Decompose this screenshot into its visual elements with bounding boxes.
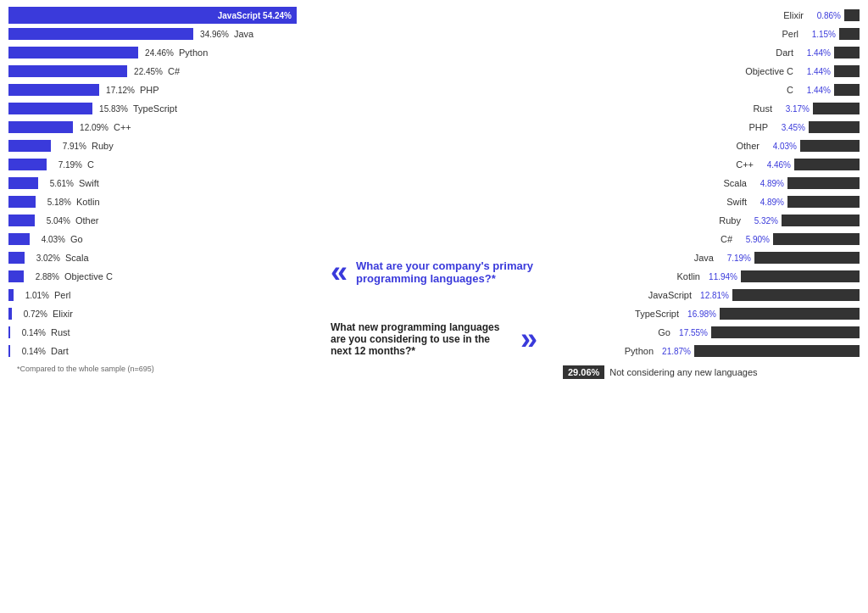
left-bar-row: 3.02%Scala xyxy=(8,249,305,266)
left-bar-row: 17.12%PHP xyxy=(8,81,305,98)
right-bar xyxy=(773,233,860,245)
left-bar xyxy=(8,47,138,59)
right-bar-row: PHP3.45% xyxy=(563,119,860,136)
right-bar-label: Scala xyxy=(662,178,747,188)
left-bar-pct: 2.88% xyxy=(27,272,59,281)
left-bar-row: 4.03%Go xyxy=(8,231,305,248)
right-bar-label: Java xyxy=(629,253,714,263)
right-bar-label: Swift xyxy=(662,197,747,207)
left-bar-row: 0.14%Dart xyxy=(8,343,305,359)
question2-box: What new programming languages are you c… xyxy=(331,321,537,357)
right-bar-pct: 21.87% xyxy=(657,347,691,356)
right-bar-pct: 11.94% xyxy=(704,272,737,281)
right-bar-row: Kotlin11.94% xyxy=(563,268,860,285)
right-bar-pct: 1.15% xyxy=(802,30,836,39)
left-bar xyxy=(8,103,92,114)
right-bar-label: Go xyxy=(586,327,670,337)
right-bar-pct: 4.46% xyxy=(757,160,791,170)
left-bar-row: 22.45%C# xyxy=(8,63,305,80)
bottom-special-row: 29.06%Not considering any new languages xyxy=(563,363,860,382)
left-bar-label: Perl xyxy=(54,290,71,300)
left-bar-pct: 0.14% xyxy=(14,347,46,356)
right-bar-label: Elixir xyxy=(719,10,804,20)
left-bar-pct: 3.02% xyxy=(28,254,60,263)
left-bar xyxy=(8,28,193,40)
right-bar-row: Elixir0.86% xyxy=(563,7,860,24)
main-container: JavaScript 54.24%34.96%Java24.46%Python2… xyxy=(0,0,868,613)
right-bar-label: Python xyxy=(569,346,654,356)
left-bar xyxy=(8,233,30,245)
right-bar-label: Other xyxy=(675,141,760,151)
left-bar xyxy=(8,308,12,320)
right-bar-label: PHP xyxy=(683,122,768,132)
left-bar: JavaScript 54.24% xyxy=(8,7,297,24)
left-bar-label: Kotlin xyxy=(76,197,100,207)
right-bar-pct: 4.89% xyxy=(750,198,784,207)
right-bar-row: Rust3.17% xyxy=(563,100,860,117)
left-bar-pct: 22.45% xyxy=(131,67,163,76)
left-bar-pct: 5.04% xyxy=(38,216,70,226)
right-bar-pct: 16.98% xyxy=(682,309,716,319)
left-bar-row: 34.96%Java xyxy=(8,25,305,42)
right-bar xyxy=(794,159,860,170)
right-bar xyxy=(732,289,860,301)
left-bar-label: Scala xyxy=(65,253,89,263)
left-bar-row: 2.88%Objective C xyxy=(8,268,305,285)
left-bar-pct: 0.14% xyxy=(14,328,46,337)
right-bar-row: Scala4.89% xyxy=(563,175,860,192)
question1-text: What are your company's primary programm… xyxy=(356,259,537,285)
left-bar-row: 12.09%C++ xyxy=(8,119,305,136)
right-bar-pct: 4.03% xyxy=(763,142,797,151)
right-bar-row: C1.44% xyxy=(563,81,860,98)
right-bar-label: TypeScript xyxy=(594,309,679,319)
left-bar-label: Go xyxy=(70,234,83,244)
chevron-left-icon: « xyxy=(331,257,348,287)
left-panel: JavaScript 54.24%34.96%Java24.46%Python2… xyxy=(0,0,314,613)
right-bar-pct: 12.81% xyxy=(695,291,729,300)
right-bar xyxy=(787,177,860,189)
left-bar xyxy=(8,270,24,282)
right-bar-label: C++ xyxy=(669,159,754,170)
right-bar-row: TypeScript16.98% xyxy=(563,305,860,322)
left-bar-row: 0.14%Rust xyxy=(8,324,305,341)
left-bar-pct: 7.91% xyxy=(54,142,86,151)
right-bar-pct: 1.44% xyxy=(797,48,831,58)
right-bar-row: Ruby5.32% xyxy=(563,212,860,229)
left-bar-label: Rust xyxy=(51,327,70,337)
left-bar-row: 5.04%Other xyxy=(8,212,305,229)
right-bar xyxy=(711,326,860,338)
left-bar-pct: 15.83% xyxy=(96,104,128,114)
right-panel: Elixir0.86%Perl1.15%Dart1.44%Objective C… xyxy=(554,0,868,613)
left-bar-label: TypeScript xyxy=(133,103,177,114)
right-bar xyxy=(834,84,860,96)
right-bar-row: Perl1.15% xyxy=(563,25,860,42)
right-bar-label: Ruby xyxy=(656,215,741,226)
right-bar-pct: 0.86% xyxy=(807,11,841,20)
left-bar xyxy=(8,326,10,338)
left-bar-label: Other xyxy=(75,215,99,226)
left-bar-pct: 0.72% xyxy=(15,309,47,319)
right-bar xyxy=(782,215,860,226)
right-bar xyxy=(839,28,860,40)
right-bar-row: Swift4.89% xyxy=(563,193,860,210)
right-bar xyxy=(694,345,860,357)
left-bar-pct: 12.09% xyxy=(76,123,108,132)
footnote: *Compared to the whole sample (n=695) xyxy=(8,365,305,373)
right-bar-label: JavaScript xyxy=(607,290,692,300)
left-bar-label: Swift xyxy=(79,178,99,188)
right-bar-row: Other4.03% xyxy=(563,137,860,154)
right-bar-pct: 7.19% xyxy=(717,254,751,263)
left-bar xyxy=(8,121,73,133)
left-bar-label: Ruby xyxy=(92,141,114,151)
left-bar xyxy=(8,252,25,264)
right-bar-row: Objective C1.44% xyxy=(563,63,860,80)
right-bar-pct: 17.55% xyxy=(674,328,708,337)
right-bar-pct: 3.45% xyxy=(771,123,805,132)
right-bar-label: C xyxy=(709,85,793,95)
left-bar-pct: 34.96% xyxy=(197,30,229,39)
left-bar xyxy=(8,65,127,77)
left-bar-label: Java xyxy=(234,29,253,39)
left-bar-pct: 17.12% xyxy=(103,86,135,95)
left-bar-row: 5.18%Kotlin xyxy=(8,193,305,210)
right-bar-label: C# xyxy=(648,234,732,244)
